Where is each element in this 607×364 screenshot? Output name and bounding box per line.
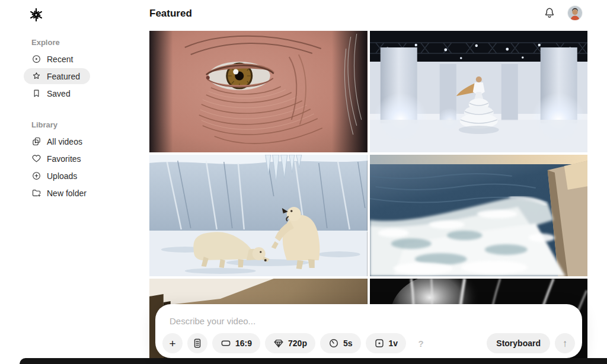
video-thumbnail-polar-bears[interactable]: [149, 155, 368, 276]
upload-circle-icon: [31, 171, 41, 181]
variations-chip[interactable]: 1v: [366, 333, 407, 353]
folder-plus-icon: [31, 188, 41, 198]
duration-chip[interactable]: 5s: [320, 333, 361, 353]
aspect-ratio-value: 16:9: [235, 339, 252, 348]
resolution-gem-icon: [273, 338, 284, 349]
plus-icon: +: [169, 338, 175, 349]
help-button[interactable]: ?: [411, 333, 431, 353]
sidebar-item-label: Favorites: [47, 154, 81, 164]
header-actions: [543, 6, 582, 20]
duration-clock-icon: [328, 338, 339, 349]
video-collection-icon: [31, 136, 41, 146]
variations-icon: [374, 338, 385, 349]
question-mark-icon: ?: [418, 339, 424, 349]
background-window-edge: [20, 358, 607, 364]
notifications-bell-icon[interactable]: [543, 7, 556, 20]
prompt-bar: + 16:9 720p: [155, 304, 582, 358]
storyboard-doc-button[interactable]: [187, 333, 207, 353]
section-label-library: Library: [31, 120, 149, 129]
heart-icon: [31, 154, 41, 164]
video-thumbnail-ocean-waves[interactable]: [370, 155, 588, 276]
sidebar-item-uploads[interactable]: Uploads: [24, 168, 87, 184]
page-title: Featured: [149, 8, 192, 20]
sidebar-item-recent[interactable]: Recent: [24, 51, 83, 67]
sora-app-window: Explore Recent Featured Saved Library Al: [0, 0, 607, 364]
prompt-input[interactable]: [170, 314, 501, 327]
sidebar-item-label: Saved: [47, 89, 71, 98]
section-label-explore: Explore: [31, 38, 149, 47]
sidebar-item-featured[interactable]: Featured: [24, 68, 90, 84]
resolution-chip[interactable]: 720p: [265, 333, 315, 353]
sidebar: Explore Recent Featured Saved Library Al: [0, 0, 149, 364]
prompt-toolbar: + 16:9 720p: [162, 333, 575, 353]
submit-button[interactable]: ↑: [555, 333, 575, 353]
sidebar-item-label: Recent: [47, 55, 73, 64]
variations-value: 1v: [389, 339, 398, 348]
aspect-ratio-icon: [221, 338, 231, 349]
sidebar-item-label: Uploads: [47, 171, 77, 181]
sidebar-item-saved[interactable]: Saved: [24, 85, 81, 101]
star-icon: [31, 71, 41, 81]
arrow-up-icon: ↑: [563, 339, 568, 349]
add-media-button[interactable]: +: [162, 333, 183, 353]
resolution-value: 720p: [288, 339, 307, 348]
openai-logo-icon[interactable]: [29, 8, 43, 22]
video-thumbnail-runway-dress[interactable]: [370, 31, 588, 152]
aspect-ratio-chip[interactable]: 16:9: [212, 333, 260, 353]
script-doc-icon: [192, 338, 203, 349]
sidebar-item-all-videos[interactable]: All videos: [24, 133, 92, 149]
duration-value: 5s: [343, 339, 353, 348]
sidebar-item-label: Featured: [47, 72, 80, 81]
user-avatar[interactable]: [568, 6, 582, 20]
sidebar-item-favorites[interactable]: Favorites: [24, 151, 91, 167]
storyboard-button-label: Storyboard: [496, 339, 541, 348]
sidebar-item-new-folder[interactable]: New folder: [24, 185, 97, 201]
sidebar-item-label: New folder: [47, 189, 87, 198]
play-circle-icon: [31, 54, 41, 64]
bookmark-icon: [31, 88, 41, 98]
storyboard-button[interactable]: Storyboard: [487, 333, 550, 353]
sidebar-item-label: All videos: [47, 137, 82, 146]
video-thumbnail-eye-closeup[interactable]: [149, 31, 368, 152]
